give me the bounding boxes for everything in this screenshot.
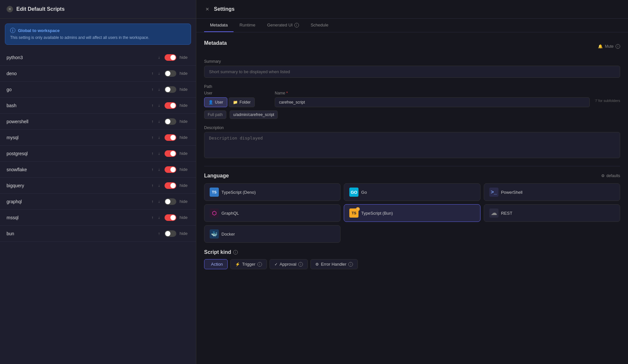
lang-btn-docker[interactable]: 🐳Docker <box>204 225 340 243</box>
lang-btn-go[interactable]: GOGo <box>344 183 480 201</box>
kind-btn-error-handler[interactable]: ⚙ Error Handler i <box>310 259 358 269</box>
info-banner: i Global to workspace This setting is on… <box>5 24 191 45</box>
tab-schedule[interactable]: Schedule <box>305 19 334 32</box>
name-col: Name * <box>275 91 590 107</box>
toggle-switch[interactable] <box>165 198 176 205</box>
defaults-label: defaults <box>606 174 620 178</box>
sort-down-btn[interactable]: ↓ <box>157 183 161 189</box>
script-name: snowflake <box>7 167 147 172</box>
mute-label: Mute <box>605 44 614 49</box>
kind-btn-trigger[interactable]: ⚡ Trigger i <box>230 259 267 269</box>
language-grid: TSTypeScript (Deno)GOGo>_PowerShell⬡Grap… <box>204 183 620 243</box>
sort-down-btn[interactable]: ↓ <box>157 167 161 173</box>
sort-up-btn[interactable]: ↑ <box>150 167 155 173</box>
toggle-switch[interactable] <box>165 214 176 221</box>
script-kind-info-icon: i <box>233 250 238 255</box>
sort-down-btn[interactable]: ↓ <box>157 55 161 60</box>
defaults-button[interactable]: ⚙ defaults <box>601 174 620 178</box>
close-settings-button[interactable]: ✕ <box>204 6 211 12</box>
folder-icon: 📁 <box>233 100 238 105</box>
toggle-switch[interactable] <box>165 70 176 77</box>
sort-up-btn[interactable]: ↑ <box>150 199 155 205</box>
kind-icon-trigger: ⚡ <box>235 262 240 267</box>
toggle-switch[interactable] <box>165 230 176 237</box>
sort-up-btn[interactable]: ↑ <box>150 183 155 189</box>
name-input[interactable] <box>275 97 590 107</box>
summary-input[interactable] <box>204 66 620 78</box>
toggle-switch[interactable] <box>165 86 176 93</box>
kind-label-error-handler: Error Handler <box>321 262 346 267</box>
toggle-switch[interactable] <box>165 54 176 61</box>
hide-label: hide <box>180 103 189 108</box>
kind-icon-approval: ✓ <box>274 262 278 267</box>
lang-btn-graphql[interactable]: ⬡GraphQL <box>204 204 340 222</box>
script-name: deno <box>7 71 147 76</box>
sort-down-btn[interactable]: ↓ <box>157 151 161 157</box>
hide-label: hide <box>180 87 189 92</box>
name-col-label: Name * <box>275 91 590 95</box>
kind-buttons: Action ⚡ Trigger i✓ Approval i⚙ Error Ha… <box>204 259 620 269</box>
sort-up-btn[interactable]: ↑ <box>150 135 155 141</box>
description-input[interactable] <box>204 132 620 158</box>
lang-btn-rest[interactable]: ☁REST <box>484 204 620 222</box>
toggle-switch[interactable] <box>165 118 176 125</box>
folder-btn[interactable]: 📁 Folder <box>229 97 255 107</box>
language-header: Language ⚙ defaults <box>204 173 620 179</box>
close-left-panel-button[interactable]: ✕ <box>7 6 13 12</box>
sort-up-btn[interactable]: ↑ <box>150 151 155 157</box>
toggle-switch[interactable] <box>165 166 176 173</box>
settings-header: ✕ Settings <box>196 0 628 19</box>
lang-btn-ts-bun[interactable]: TS ⚙ TypeScript (Bun) <box>344 204 480 222</box>
full-path-value: u/admin/carefree_script <box>230 110 278 119</box>
subfolder-hint: '/' for subfolders <box>595 91 620 103</box>
sort-up-btn[interactable]: ↑ <box>150 119 155 124</box>
lang-btn-ts-deno[interactable]: TSTypeScript (Deno) <box>204 183 340 201</box>
list-item: bun ↑ hide <box>0 226 196 242</box>
sort-up-btn[interactable]: ↑ <box>150 215 155 221</box>
tab-info-icon: i <box>294 23 299 27</box>
list-item: mssql ↑ ↓ hide <box>0 210 196 226</box>
list-item: graphql ↑ ↓ hide <box>0 194 196 210</box>
summary-field-group: Summary <box>204 59 620 78</box>
sort-up-btn[interactable]: ↑ <box>150 87 155 92</box>
list-item: bash ↑ ↓ hide <box>0 98 196 114</box>
sort-down-btn[interactable]: ↓ <box>157 199 161 205</box>
mute-area: 🔔 Mute i <box>598 44 620 49</box>
sort-arrows: ↑ ↓ <box>150 167 161 173</box>
list-item: deno ↑ ↓ hide <box>0 66 196 82</box>
lang-label: PowerShell <box>501 190 523 195</box>
tab-generated-ui[interactable]: Generated UIi <box>261 19 305 32</box>
lang-btn-powershell[interactable]: >_PowerShell <box>484 183 620 201</box>
bell-icon: 🔔 <box>598 44 603 49</box>
lang-label: GraphQL <box>221 211 239 216</box>
user-btn[interactable]: 👤 User <box>204 97 227 107</box>
toggle-switch[interactable] <box>165 182 176 189</box>
tab-runtime[interactable]: Runtime <box>234 19 261 32</box>
sort-down-btn[interactable]: ↓ <box>157 71 161 76</box>
sort-down-btn[interactable]: ↓ <box>157 215 161 221</box>
sort-up-btn[interactable]: ↑ <box>157 231 161 237</box>
script-name: bash <box>7 103 147 108</box>
script-name: postgresql <box>7 151 147 156</box>
settings-title: Settings <box>214 6 235 12</box>
kind-btn-action[interactable]: Action <box>204 259 228 269</box>
hide-label: hide <box>180 55 189 60</box>
sort-arrows: ↑ ↓ <box>150 151 161 157</box>
hide-label: hide <box>180 151 189 156</box>
kind-btn-approval[interactable]: ✓ Approval i <box>270 259 308 269</box>
script-kind-header: Script kind i <box>204 249 620 255</box>
sort-down-btn[interactable]: ↓ <box>157 87 161 92</box>
tab-metadata[interactable]: Metadata <box>204 19 234 32</box>
user-col: User 👤 User 📁 Folder <box>204 91 270 107</box>
toggle-switch[interactable] <box>165 102 176 109</box>
script-name: bun <box>7 231 153 236</box>
sort-down-btn[interactable]: ↓ <box>157 119 161 124</box>
toggle-switch[interactable] <box>165 150 176 157</box>
sort-down-btn[interactable]: ↓ <box>157 135 161 141</box>
hide-label: hide <box>180 119 189 124</box>
sort-up-btn[interactable]: ↑ <box>150 71 155 76</box>
settings-content: Metadata 🔔 Mute i Summary Path User 👤 <box>196 32 628 364</box>
toggle-switch[interactable] <box>165 134 176 141</box>
sort-up-btn[interactable]: ↑ <box>150 103 155 108</box>
sort-down-btn[interactable]: ↓ <box>157 103 161 108</box>
